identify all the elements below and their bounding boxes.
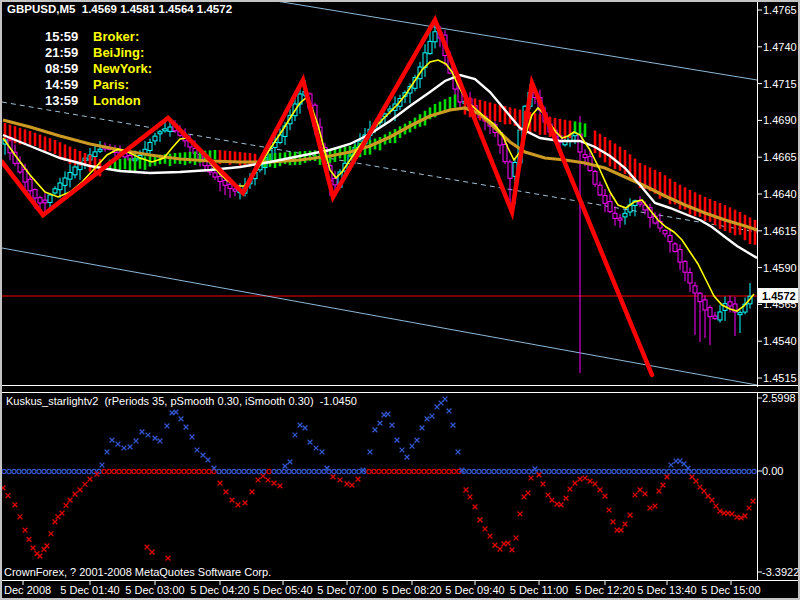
price-axis-label: 1.4540: [763, 335, 797, 347]
price-axis-label: 1.4690: [763, 114, 797, 126]
price-axis-label: 1.4590: [763, 262, 797, 274]
time-axis-label: 5 Dec 09:40: [445, 584, 504, 596]
price-axis-label: 1.4765: [763, 4, 797, 16]
session-time: 13:59: [45, 93, 83, 108]
price-axis-label: 1.4740: [763, 41, 797, 53]
session-time: 15:59: [45, 29, 83, 44]
oscillator-axis-label: 0.00: [762, 465, 783, 477]
time-axis-label: 5 Dec 12:20: [575, 584, 634, 596]
time-axis-label: 5 Dec 03:00: [125, 584, 184, 596]
time-axis-label: 5 Dec 01:40: [60, 584, 119, 596]
current-price-tag: 1.4572: [762, 290, 796, 302]
session-label: Paris:: [93, 77, 129, 92]
time-axis-label: 5 Dec 07:00: [317, 584, 376, 596]
session-label: Broker:: [93, 29, 139, 44]
time-axis-label: 5 Dec 11:00: [510, 584, 569, 596]
time-axis-label: 5 Dec 04:20: [190, 584, 249, 596]
copyright-text: CrownForex, ? 2001-2008 MetaQuotes Softw…: [4, 566, 271, 578]
time-axis-label: 5 Dec 15:00: [701, 584, 760, 596]
session-label: London: [93, 93, 141, 108]
session-label: BeiJing:: [93, 45, 144, 60]
price-axis-label: 1.4715: [763, 78, 797, 90]
panel-divider[interactable]: [2, 387, 798, 392]
indicator-label: Kuskus_starlightv2 (rPeriods 35, pSmooth…: [6, 395, 357, 407]
price-axis-label: 1.4615: [763, 225, 797, 237]
chart-title: GBPUSD,M5 1.4569 1.4581 1.4564 1.4572: [7, 3, 232, 15]
session-time: 21:59: [45, 45, 83, 60]
time-axis-label: 5 Dec 2008: [0, 584, 51, 596]
mt4-chart-window: 1.47651.47401.47151.46901.46651.46401.46…: [0, 0, 800, 600]
oscillator-axis-label: -3.3922: [762, 566, 799, 578]
price-axis-label: 1.4640: [763, 188, 797, 200]
time-axis-label: 5 Dec 08:20: [382, 584, 441, 596]
time-axis-label: 5 Dec 13:40: [637, 584, 696, 596]
price-axis-label: 1.4515: [763, 372, 797, 384]
session-time: 14:59: [45, 77, 83, 92]
price-axis-label: 1.4665: [763, 151, 797, 163]
oscillator-axis-label: 2.5998: [762, 392, 796, 404]
time-axis-label: 5 Dec 05:40: [253, 584, 312, 596]
session-label: NewYork:: [93, 61, 152, 76]
session-time: 08:59: [45, 61, 83, 76]
